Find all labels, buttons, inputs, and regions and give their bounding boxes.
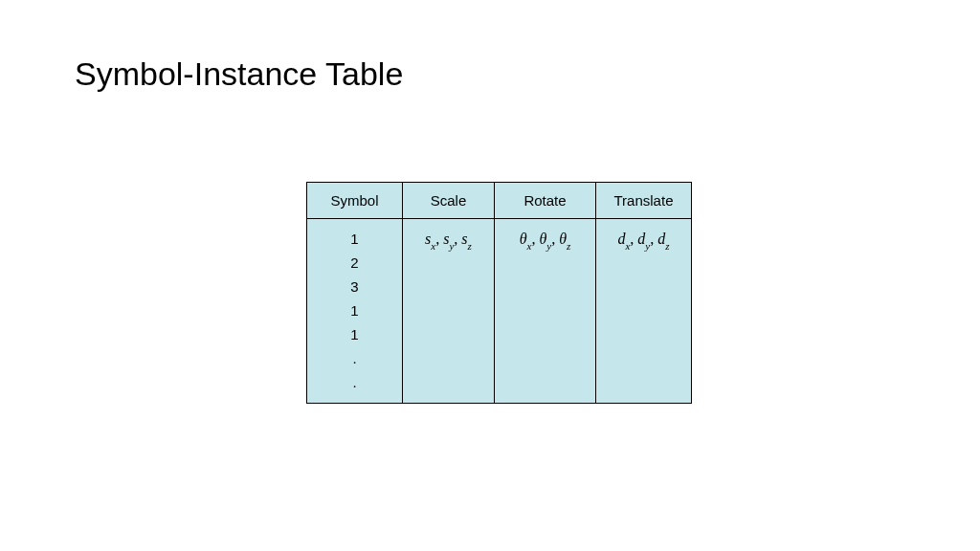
symbol-instance-table: Symbol Scale Rotate Translate 1 2 3 1 1 … xyxy=(306,182,692,404)
symbol-value: . xyxy=(352,350,356,367)
header-symbol: Symbol xyxy=(307,183,403,219)
symbol-value: 2 xyxy=(350,254,358,272)
cell-scale: sx, sy, sz xyxy=(403,219,495,404)
table-header-row: Symbol Scale Rotate Translate xyxy=(307,183,692,219)
header-translate: Translate xyxy=(596,183,692,219)
page-title: Symbol-Instance Table xyxy=(75,55,403,93)
header-rotate: Rotate xyxy=(495,183,596,219)
symbol-value: 1 xyxy=(350,326,358,343)
cell-rotate: θx, θy, θz xyxy=(495,219,596,404)
table-body-row: 1 2 3 1 1 . . sx, sy, sz θx, θy, θz xyxy=(307,219,692,404)
symbol-value: 3 xyxy=(350,278,358,296)
symbol-list: 1 2 3 1 1 . . xyxy=(317,229,392,391)
symbol-value: . xyxy=(352,374,356,391)
header-scale: Scale xyxy=(403,183,495,219)
cell-translate: dx, dy, dz xyxy=(596,219,692,404)
scale-math: sx, sy, sz xyxy=(412,229,484,250)
rotate-math: θx, θy, θz xyxy=(504,229,586,250)
cell-symbol: 1 2 3 1 1 . . xyxy=(307,219,403,404)
translate-math: dx, dy, dz xyxy=(606,229,681,250)
symbol-value: 1 xyxy=(350,231,358,248)
symbol-value: 1 xyxy=(350,302,358,320)
symbol-instance-table-wrapper: Symbol Scale Rotate Translate 1 2 3 1 1 … xyxy=(306,182,692,404)
